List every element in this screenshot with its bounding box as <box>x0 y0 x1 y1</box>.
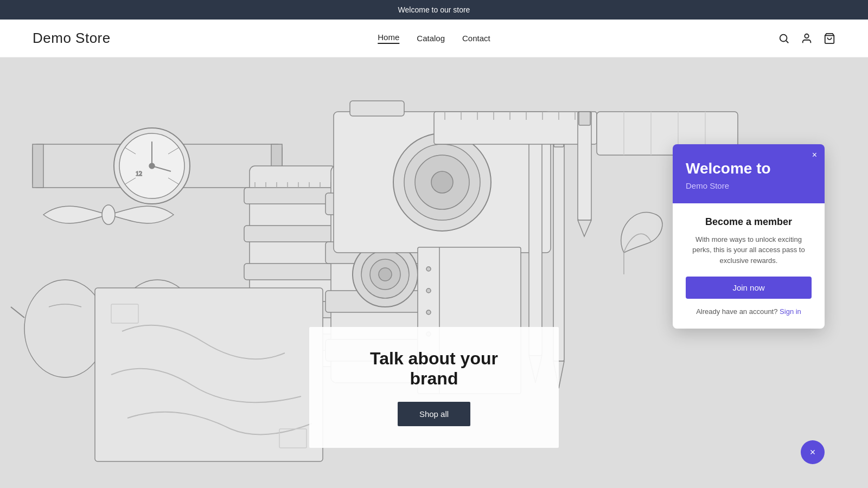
popup-member-title: Become a member <box>686 216 812 228</box>
popup-body: Become a member With more ways to unlock… <box>673 203 825 329</box>
account-icon[interactable] <box>801 33 813 44</box>
svg-rect-77 <box>529 123 542 356</box>
announcement-text: Welcome to our store <box>398 5 470 14</box>
popup-signin: Already have an account? Sign in <box>686 307 812 316</box>
hero-content: Talk about your brand Shop all <box>309 327 559 448</box>
svg-point-66 <box>431 171 453 193</box>
join-now-button[interactable]: Join now <box>686 277 812 299</box>
svg-point-0 <box>780 34 787 41</box>
popup-signin-link[interactable]: Sign in <box>780 307 801 316</box>
popup-close-button[interactable]: × <box>812 151 817 159</box>
svg-text:12: 12 <box>136 170 142 177</box>
svg-rect-96 <box>579 112 590 125</box>
main-nav: Home Catalog Contact <box>378 33 490 44</box>
nav-contact[interactable]: Contact <box>462 34 490 43</box>
search-icon[interactable] <box>778 33 790 44</box>
hero-section: 12 <box>0 57 868 488</box>
popup-header: × Welcome to Demo Store <box>673 144 825 203</box>
svg-point-18 <box>102 205 115 224</box>
svg-point-73 <box>426 310 431 314</box>
announcement-bar: Welcome to our store <box>0 0 868 20</box>
bottom-close-button[interactable]: × <box>801 440 825 464</box>
cart-icon[interactable] <box>824 33 835 44</box>
header-icons <box>778 33 835 44</box>
svg-point-12 <box>149 163 155 169</box>
svg-rect-102 <box>95 288 323 461</box>
svg-point-60 <box>379 268 392 281</box>
svg-point-19 <box>24 280 106 377</box>
popup-signin-text: Already have an account? <box>696 307 777 316</box>
svg-rect-33 <box>244 226 342 242</box>
svg-point-71 <box>426 267 431 271</box>
nav-catalog[interactable]: Catalog <box>417 34 445 43</box>
svg-rect-83 <box>434 112 597 144</box>
hero-title: Talk about your brand <box>353 349 515 389</box>
popup-welcome-text: Welcome to <box>686 159 812 178</box>
membership-popup: × Welcome to Demo Store Become a member … <box>673 144 825 329</box>
header: Demo Store Home Catalog Contact <box>0 20 868 57</box>
svg-point-2 <box>805 34 808 37</box>
nav-home[interactable]: Home <box>378 33 399 44</box>
svg-point-72 <box>426 288 431 293</box>
svg-rect-62 <box>350 101 404 116</box>
logo[interactable]: Demo Store <box>33 30 111 47</box>
popup-store-name: Demo Store <box>686 181 812 190</box>
popup-member-desc: With more ways to unlock exciting perks,… <box>686 234 812 266</box>
svg-rect-34 <box>244 264 342 280</box>
svg-rect-94 <box>578 112 591 220</box>
svg-rect-6 <box>33 144 43 188</box>
svg-line-1 <box>786 41 788 43</box>
shop-all-button[interactable]: Shop all <box>398 402 470 426</box>
